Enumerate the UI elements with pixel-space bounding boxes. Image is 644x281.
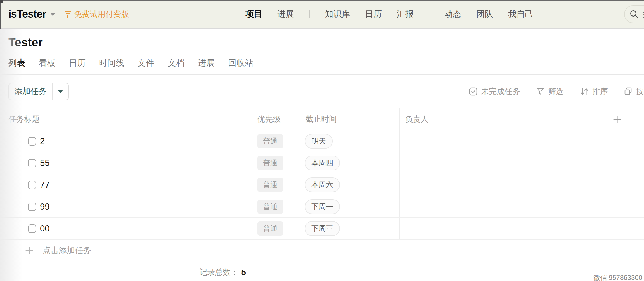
tab-files[interactable]: 文件 — [138, 57, 154, 69]
sort-button[interactable]: 排序 — [579, 86, 608, 97]
add-task-dropdown[interactable] — [53, 83, 68, 100]
nav-item-me[interactable]: 我自己 — [508, 8, 533, 20]
trial-upgrade-link[interactable]: 免费试用付费版 — [63, 9, 129, 20]
column-header-assignee[interactable]: 负责人 — [400, 108, 466, 130]
checked-checkbox-icon — [469, 87, 478, 96]
due-date-cell[interactable]: 下周一 — [300, 196, 400, 217]
tab-list[interactable]: 列表 — [8, 57, 25, 69]
table-row[interactable]: 55 普通 本周四 — [0, 152, 644, 174]
add-task-row-cell[interactable]: 点击添加任务 — [0, 240, 252, 261]
empty-cell — [252, 240, 644, 261]
assignee-cell[interactable] — [400, 218, 466, 239]
nav-divider — [429, 10, 429, 18]
add-column-icon[interactable] — [613, 115, 622, 124]
nav-item-progress[interactable]: 进展 — [277, 8, 294, 20]
empty-cell — [252, 261, 644, 281]
workspace-switcher[interactable]: isTester 免费试用付费版 — [8, 0, 129, 28]
tab-calendar[interactable]: 日历 — [69, 57, 86, 69]
search-icon — [629, 9, 639, 19]
priority-cell[interactable]: 普通 — [252, 174, 300, 196]
priority-badge: 普通 — [257, 221, 283, 236]
filter-button[interactable]: 筛选 — [536, 86, 564, 97]
task-title[interactable]: 55 — [40, 158, 49, 168]
priority-cell[interactable]: 普通 — [252, 152, 300, 174]
search-box[interactable]: 搜 — [624, 5, 644, 23]
nav-item-projects[interactable]: 项目 — [245, 8, 262, 20]
priority-badge: 普通 — [257, 134, 283, 148]
tab-progress[interactable]: 进展 — [198, 57, 215, 69]
column-header-priority[interactable]: 优先级 — [252, 108, 300, 130]
due-date-cell[interactable]: 本周四 — [300, 152, 400, 174]
nav-item-activity[interactable]: 动态 — [444, 8, 461, 20]
due-date-cell[interactable]: 本周六 — [300, 174, 400, 196]
empty-cell — [466, 218, 644, 239]
due-date-badge: 下周一 — [305, 199, 340, 214]
group-by-list-button[interactable]: 按清单分 — [624, 86, 644, 97]
table-row[interactable]: 99 普通 下周一 — [0, 196, 644, 218]
tab-recycle-bin[interactable]: 回收站 — [228, 57, 253, 69]
nav-item-reports[interactable]: 汇报 — [397, 8, 414, 20]
main-nav: 项目 进展 知识库 日历 汇报 动态 团队 我自己 — [245, 0, 533, 28]
wechat-watermark: 微信 957863300 — [593, 273, 642, 281]
tab-timeline[interactable]: 时间线 — [99, 57, 124, 69]
due-date-cell[interactable]: 下周三 — [300, 218, 400, 239]
empty-cell — [466, 152, 644, 174]
sort-arrows-icon — [579, 87, 589, 96]
task-title[interactable]: 00 — [40, 224, 49, 234]
table-row[interactable]: 77 普通 本周六 — [0, 174, 644, 196]
group-copy-icon — [624, 87, 633, 96]
task-checkbox[interactable] — [28, 203, 36, 211]
task-checkbox[interactable] — [28, 137, 36, 146]
page-title: Tester — [8, 36, 43, 49]
priority-cell[interactable]: 普通 — [252, 130, 300, 152]
task-checkbox[interactable] — [28, 159, 36, 167]
priority-cell[interactable]: 普通 — [252, 196, 300, 217]
column-header-title[interactable]: 任务标题 — [0, 108, 252, 130]
assignee-cell[interactable] — [400, 152, 466, 174]
task-title[interactable]: 99 — [40, 202, 49, 212]
assignee-cell[interactable] — [400, 174, 466, 196]
plus-icon — [25, 246, 34, 255]
nav-item-calendar[interactable]: 日历 — [365, 8, 382, 20]
empty-cell — [466, 174, 644, 196]
search-placeholder: 搜 — [643, 9, 644, 20]
assignee-cell[interactable] — [400, 196, 466, 217]
uncompleted-filter-label: 未完成任务 — [481, 86, 520, 97]
sort-label: 排序 — [592, 86, 608, 97]
add-task-row[interactable]: 点击添加任务 — [0, 240, 644, 261]
trial-label: 免费试用付费版 — [74, 9, 129, 20]
task-title-cell: 2 — [0, 130, 252, 152]
table-row[interactable]: 2 普通 明天 — [0, 130, 644, 152]
nav-item-knowledge-base[interactable]: 知识库 — [325, 8, 350, 20]
assignee-cell[interactable] — [400, 130, 466, 152]
window-corner — [0, 0, 3, 3]
due-date-badge: 本周六 — [305, 177, 340, 192]
table-row[interactable]: 00 普通 下周三 — [0, 218, 644, 240]
empty-cell — [466, 130, 644, 152]
record-count-cell: 记录总数： 5 — [0, 261, 252, 281]
priority-badge: 普通 — [257, 200, 283, 214]
tab-board[interactable]: 看板 — [39, 57, 55, 69]
add-task-label[interactable]: 添加任务 — [9, 83, 53, 100]
uncompleted-filter-toggle[interactable]: 未完成任务 — [469, 86, 520, 97]
table-header-row: 任务标题 优先级 截止时间 负责人 — [0, 108, 644, 130]
tab-docs[interactable]: 文档 — [168, 57, 184, 69]
funnel-icon — [536, 87, 545, 96]
task-title[interactable]: 77 — [40, 180, 49, 190]
nav-item-team[interactable]: 团队 — [476, 8, 493, 20]
record-count-label: 记录总数： — [199, 267, 238, 278]
task-title[interactable]: 2 — [40, 136, 45, 146]
view-tabs: 列表 看板 日历 时间线 文件 文档 进展 回收站 — [8, 56, 253, 70]
due-date-badge: 明天 — [305, 134, 333, 149]
priority-cell[interactable]: 普通 — [252, 218, 300, 239]
task-checkbox[interactable] — [28, 224, 36, 233]
due-date-badge: 下周三 — [305, 221, 340, 236]
table-footer-row: 记录总数： 5 — [0, 261, 644, 281]
add-task-button[interactable]: 添加任务 — [8, 83, 69, 100]
due-date-cell[interactable]: 明天 — [300, 130, 400, 152]
add-column-cell — [466, 108, 644, 130]
add-task-row-label: 点击添加任务 — [42, 245, 91, 256]
column-header-due[interactable]: 截止时间 — [300, 108, 400, 130]
task-checkbox[interactable] — [28, 181, 36, 189]
filter-label: 筛选 — [548, 86, 564, 97]
